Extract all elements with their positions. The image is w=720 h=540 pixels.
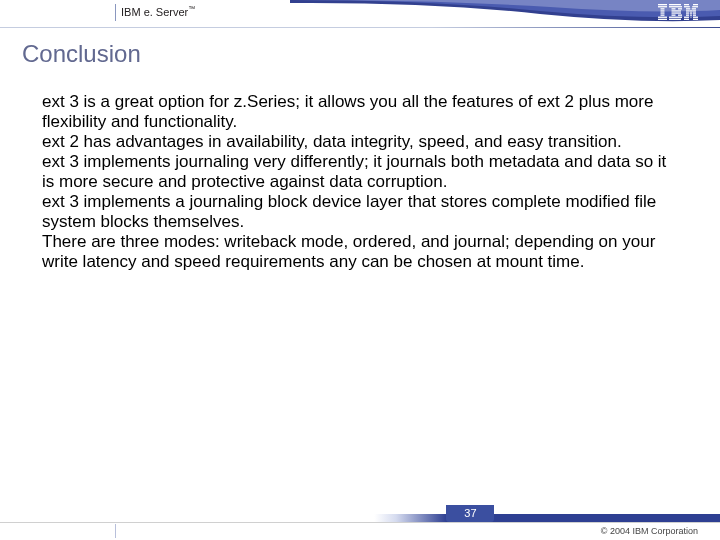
svg-rect-0 bbox=[658, 4, 667, 5]
svg-rect-9 bbox=[669, 6, 682, 7]
svg-rect-26 bbox=[693, 10, 696, 11]
svg-rect-32 bbox=[693, 15, 696, 16]
svg-rect-7 bbox=[658, 19, 667, 20]
slide: IBM e. Server™ bbox=[0, 0, 720, 540]
svg-rect-3 bbox=[661, 10, 665, 11]
brand-text: IBM e. Server™ bbox=[121, 5, 195, 18]
svg-rect-15 bbox=[678, 15, 682, 16]
footer-copyright: © 2004 IBM Corporation bbox=[601, 526, 698, 536]
svg-rect-25 bbox=[689, 10, 693, 11]
svg-rect-23 bbox=[692, 8, 696, 9]
svg-rect-5 bbox=[661, 15, 665, 16]
header-divider bbox=[115, 4, 116, 21]
svg-rect-19 bbox=[693, 4, 698, 5]
svg-rect-8 bbox=[669, 4, 681, 5]
header-underline bbox=[0, 27, 720, 28]
slide-title: Conclusion bbox=[22, 40, 141, 68]
ibm-logo-icon bbox=[658, 4, 698, 20]
svg-rect-24 bbox=[686, 10, 689, 11]
svg-rect-30 bbox=[686, 15, 689, 16]
svg-rect-36 bbox=[684, 19, 689, 20]
svg-rect-22 bbox=[686, 8, 690, 9]
svg-rect-35 bbox=[693, 17, 698, 18]
svg-rect-13 bbox=[672, 12, 682, 13]
svg-rect-12 bbox=[672, 10, 682, 11]
footer-separator bbox=[0, 522, 720, 523]
body-text: ext 3 is a great option for z.Series; it… bbox=[42, 92, 682, 272]
svg-rect-10 bbox=[672, 8, 676, 9]
footer-stripe-graphic bbox=[0, 514, 720, 522]
svg-rect-17 bbox=[669, 19, 681, 20]
svg-rect-31 bbox=[690, 15, 692, 16]
footer: 37 © 2004 IBM Corporation bbox=[0, 512, 720, 540]
svg-rect-18 bbox=[684, 4, 689, 5]
svg-rect-16 bbox=[669, 17, 682, 18]
svg-rect-1 bbox=[658, 6, 667, 7]
footer-divider bbox=[115, 524, 116, 538]
header: IBM e. Server™ bbox=[0, 0, 720, 30]
svg-rect-37 bbox=[693, 19, 698, 20]
page-number: 37 bbox=[446, 505, 494, 522]
header-curve-graphic bbox=[290, 0, 720, 26]
svg-rect-28 bbox=[690, 12, 693, 13]
svg-rect-2 bbox=[661, 8, 665, 9]
svg-rect-21 bbox=[692, 6, 698, 7]
brand-tm: ™ bbox=[188, 5, 195, 12]
svg-rect-34 bbox=[691, 17, 692, 18]
brand-suffix: . Server bbox=[150, 6, 189, 18]
svg-rect-20 bbox=[684, 6, 690, 7]
svg-rect-4 bbox=[661, 12, 665, 13]
brand-prefix: IBM bbox=[121, 6, 144, 18]
svg-rect-29 bbox=[693, 12, 696, 13]
svg-rect-6 bbox=[658, 17, 667, 18]
svg-rect-14 bbox=[672, 15, 676, 16]
svg-rect-27 bbox=[686, 12, 689, 13]
svg-rect-33 bbox=[684, 17, 689, 18]
svg-rect-11 bbox=[678, 8, 682, 9]
